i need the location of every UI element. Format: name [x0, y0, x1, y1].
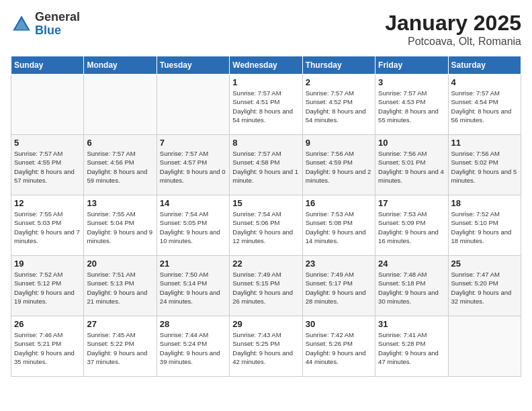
calendar-cell: 13Sunrise: 7:55 AMSunset: 5:04 PMDayligh… — [84, 195, 157, 256]
day-info: Sunrise: 7:56 AMSunset: 5:01 PMDaylight:… — [378, 149, 445, 185]
day-info: Sunrise: 7:42 AMSunset: 5:26 PMDaylight:… — [306, 330, 372, 366]
day-number: 30 — [306, 319, 372, 329]
day-info: Sunrise: 7:46 AMSunset: 5:21 PMDaylight:… — [14, 330, 81, 366]
day-number: 3 — [378, 77, 445, 87]
day-info: Sunrise: 7:53 AMSunset: 5:08 PMDaylight:… — [306, 210, 372, 245]
day-info: Sunrise: 7:44 AMSunset: 5:24 PMDaylight:… — [160, 330, 226, 366]
day-number: 10 — [378, 138, 445, 148]
day-number: 27 — [87, 319, 153, 329]
calendar-week-row: 19Sunrise: 7:52 AMSunset: 5:12 PMDayligh… — [11, 256, 521, 316]
calendar-header: SundayMondayTuesdayWednesdayThursdayFrid… — [11, 56, 521, 75]
weekday-header: Wednesday — [230, 56, 302, 75]
day-number: 8 — [232, 138, 299, 148]
day-info: Sunrise: 7:49 AMSunset: 5:17 PMDaylight:… — [306, 270, 372, 306]
day-number: 31 — [378, 319, 445, 329]
day-number: 16 — [306, 198, 372, 208]
weekday-header: Sunday — [11, 56, 84, 75]
calendar-cell: 14Sunrise: 7:54 AMSunset: 5:05 PMDayligh… — [157, 195, 229, 256]
day-number: 4 — [451, 77, 518, 87]
day-info: Sunrise: 7:45 AMSunset: 5:22 PMDaylight:… — [87, 330, 153, 366]
day-info: Sunrise: 7:56 AMSunset: 4:59 PMDaylight:… — [306, 149, 372, 185]
calendar-cell: 11Sunrise: 7:56 AMSunset: 5:02 PMDayligh… — [448, 135, 521, 195]
calendar-cell: 25Sunrise: 7:47 AMSunset: 5:20 PMDayligh… — [448, 256, 521, 316]
day-number: 2 — [306, 77, 372, 87]
day-info: Sunrise: 7:54 AMSunset: 5:06 PMDaylight:… — [232, 210, 299, 245]
weekday-header: Friday — [375, 56, 448, 75]
weekday-header: Tuesday — [157, 56, 229, 75]
weekday-header: Thursday — [302, 56, 375, 75]
day-info: Sunrise: 7:57 AMSunset: 4:53 PMDaylight:… — [378, 89, 445, 124]
day-number: 7 — [160, 138, 226, 148]
day-number: 15 — [232, 198, 299, 208]
calendar-cell: 6Sunrise: 7:57 AMSunset: 4:56 PMDaylight… — [84, 135, 157, 195]
calendar-cell: 7Sunrise: 7:57 AMSunset: 4:57 PMDaylight… — [157, 135, 229, 195]
calendar-cell: 24Sunrise: 7:48 AMSunset: 5:18 PMDayligh… — [375, 256, 448, 316]
day-number: 25 — [451, 259, 518, 269]
day-info: Sunrise: 7:52 AMSunset: 5:10 PMDaylight:… — [451, 210, 518, 245]
calendar-week-row: 5Sunrise: 7:57 AMSunset: 4:55 PMDaylight… — [11, 135, 521, 195]
day-info: Sunrise: 7:50 AMSunset: 5:14 PMDaylight:… — [160, 270, 226, 306]
day-info: Sunrise: 7:48 AMSunset: 5:18 PMDaylight:… — [378, 270, 445, 306]
calendar-cell: 18Sunrise: 7:52 AMSunset: 5:10 PMDayligh… — [448, 195, 521, 256]
logo-general-text: General — [35, 10, 80, 24]
calendar-cell: 8Sunrise: 7:57 AMSunset: 4:58 PMDaylight… — [230, 135, 302, 195]
day-number: 14 — [160, 198, 226, 208]
calendar-cell: 21Sunrise: 7:50 AMSunset: 5:14 PMDayligh… — [157, 256, 229, 316]
day-info: Sunrise: 7:51 AMSunset: 5:13 PMDaylight:… — [87, 270, 153, 306]
calendar-cell: 17Sunrise: 7:53 AMSunset: 5:09 PMDayligh… — [375, 195, 448, 256]
calendar-cell: 5Sunrise: 7:57 AMSunset: 4:55 PMDaylight… — [11, 135, 84, 195]
logo: General Blue — [11, 11, 80, 38]
day-number: 21 — [160, 259, 226, 269]
calendar-cell: 31Sunrise: 7:41 AMSunset: 5:28 PMDayligh… — [375, 316, 448, 377]
calendar-week-row: 1Sunrise: 7:57 AMSunset: 4:51 PMDaylight… — [11, 75, 521, 135]
calendar-cell: 4Sunrise: 7:57 AMSunset: 4:54 PMDaylight… — [448, 75, 521, 135]
calendar-cell: 15Sunrise: 7:54 AMSunset: 5:06 PMDayligh… — [230, 195, 302, 256]
day-info: Sunrise: 7:57 AMSunset: 4:56 PMDaylight:… — [87, 149, 153, 185]
calendar-week-row: 26Sunrise: 7:46 AMSunset: 5:21 PMDayligh… — [11, 316, 521, 377]
day-info: Sunrise: 7:52 AMSunset: 5:12 PMDaylight:… — [14, 270, 81, 306]
calendar-cell — [448, 316, 521, 377]
calendar-cell: 30Sunrise: 7:42 AMSunset: 5:26 PMDayligh… — [302, 316, 375, 377]
weekday-header: Saturday — [448, 56, 521, 75]
day-number: 12 — [14, 198, 81, 208]
title-block: January 2025 Potcoava, Olt, Romania — [385, 11, 521, 48]
day-info: Sunrise: 7:49 AMSunset: 5:15 PMDaylight:… — [232, 270, 299, 306]
day-info: Sunrise: 7:56 AMSunset: 5:02 PMDaylight:… — [451, 149, 518, 185]
day-info: Sunrise: 7:43 AMSunset: 5:25 PMDaylight:… — [232, 330, 299, 366]
day-number: 13 — [87, 198, 153, 208]
weekday-row: SundayMondayTuesdayWednesdayThursdayFrid… — [11, 56, 521, 75]
day-info: Sunrise: 7:55 AMSunset: 5:03 PMDaylight:… — [14, 210, 81, 245]
logo-text: General Blue — [35, 11, 80, 38]
page-header: General Blue January 2025 Potcoava, Olt,… — [11, 11, 521, 48]
calendar-cell: 29Sunrise: 7:43 AMSunset: 5:25 PMDayligh… — [230, 316, 302, 377]
calendar-week-row: 12Sunrise: 7:55 AMSunset: 5:03 PMDayligh… — [11, 195, 521, 256]
calendar-cell: 12Sunrise: 7:55 AMSunset: 5:03 PMDayligh… — [11, 195, 84, 256]
logo-blue-text: Blue — [35, 24, 61, 37]
day-info: Sunrise: 7:57 AMSunset: 4:55 PMDaylight:… — [14, 149, 81, 185]
day-number: 1 — [232, 77, 299, 87]
day-info: Sunrise: 7:55 AMSunset: 5:04 PMDaylight:… — [87, 210, 153, 245]
calendar-cell: 22Sunrise: 7:49 AMSunset: 5:15 PMDayligh… — [230, 256, 302, 316]
day-number: 23 — [306, 259, 372, 269]
calendar-cell — [11, 75, 84, 135]
day-number: 24 — [378, 259, 445, 269]
day-number: 26 — [14, 319, 81, 329]
calendar-cell: 27Sunrise: 7:45 AMSunset: 5:22 PMDayligh… — [84, 316, 157, 377]
calendar-cell: 26Sunrise: 7:46 AMSunset: 5:21 PMDayligh… — [11, 316, 84, 377]
day-number: 18 — [451, 198, 518, 208]
day-number: 28 — [160, 319, 226, 329]
calendar-cell: 2Sunrise: 7:57 AMSunset: 4:52 PMDaylight… — [302, 75, 375, 135]
calendar-table: SundayMondayTuesdayWednesdayThursdayFrid… — [11, 56, 521, 377]
calendar-cell: 19Sunrise: 7:52 AMSunset: 5:12 PMDayligh… — [11, 256, 84, 316]
calendar-body: 1Sunrise: 7:57 AMSunset: 4:51 PMDaylight… — [11, 75, 521, 377]
day-info: Sunrise: 7:57 AMSunset: 4:52 PMDaylight:… — [306, 89, 372, 124]
day-number: 5 — [14, 138, 81, 148]
day-number: 20 — [87, 259, 153, 269]
day-info: Sunrise: 7:57 AMSunset: 4:51 PMDaylight:… — [232, 89, 299, 124]
month-title: January 2025 — [385, 11, 521, 36]
calendar-cell — [84, 75, 157, 135]
day-info: Sunrise: 7:41 AMSunset: 5:28 PMDaylight:… — [378, 330, 445, 366]
calendar-cell: 9Sunrise: 7:56 AMSunset: 4:59 PMDaylight… — [302, 135, 375, 195]
location-text: Potcoava, Olt, Romania — [385, 36, 521, 48]
day-number: 19 — [14, 259, 81, 269]
